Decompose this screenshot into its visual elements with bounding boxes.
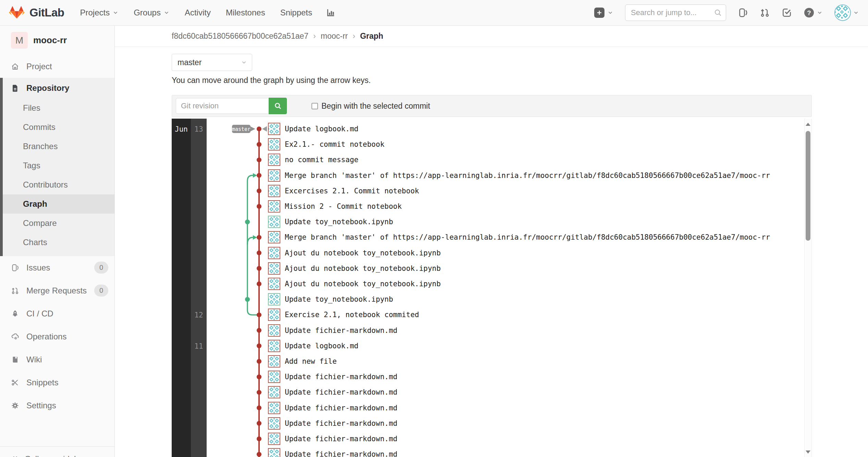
commit-dot[interactable] bbox=[257, 127, 261, 131]
sidebar-project-link[interactable]: M mooc-rr bbox=[0, 26, 114, 55]
commit-message[interactable]: Exercise 2.1, notebook commited bbox=[285, 311, 419, 319]
commit-dot[interactable] bbox=[257, 390, 261, 395]
commit-dot[interactable] bbox=[257, 359, 261, 364]
commit-author-avatar[interactable] bbox=[268, 386, 280, 398]
scroll-down-arrow[interactable] bbox=[806, 450, 810, 454]
commit-dot[interactable] bbox=[257, 436, 261, 441]
navbar-menu-groups[interactable]: Groups bbox=[134, 8, 170, 17]
commit-message[interactable]: Ajout du notebook toy_notebook.ipynb bbox=[285, 280, 441, 288]
commit-message[interactable]: Update fichier-markdown.md bbox=[285, 373, 398, 381]
commit-author-avatar[interactable] bbox=[268, 355, 280, 368]
sidebar-item-wiki[interactable]: Wiki bbox=[0, 348, 114, 371]
todos-button[interactable] bbox=[782, 8, 792, 18]
sidebar-item-branches[interactable]: Branches bbox=[3, 137, 114, 156]
commit-dot[interactable] bbox=[257, 189, 261, 193]
commit-dot[interactable] bbox=[245, 219, 250, 224]
navbar-menu-snippets[interactable]: Snippets bbox=[280, 8, 312, 17]
user-menu-button[interactable] bbox=[834, 4, 859, 21]
commit-dot[interactable] bbox=[257, 328, 261, 333]
commit-author-avatar[interactable] bbox=[268, 216, 280, 228]
commit-author-avatar[interactable] bbox=[268, 262, 280, 275]
commit-dot[interactable] bbox=[245, 297, 250, 302]
commit-author-avatar[interactable] bbox=[268, 123, 280, 135]
sidebar-item-issues[interactable]: Issues0 bbox=[0, 256, 114, 279]
commit-message[interactable]: Update fichier-markdown.md bbox=[285, 388, 398, 396]
commit-dot[interactable] bbox=[257, 374, 261, 379]
commit-dot[interactable] bbox=[257, 281, 261, 286]
commit-dot[interactable] bbox=[257, 344, 261, 348]
breadcrumb-link[interactable]: mooc-rr bbox=[321, 32, 348, 41]
commit-author-avatar[interactable] bbox=[268, 433, 280, 445]
commit-dot[interactable] bbox=[257, 452, 261, 457]
commit-dot[interactable] bbox=[257, 235, 261, 240]
commit-dot[interactable] bbox=[257, 173, 261, 178]
global-search-input[interactable] bbox=[625, 4, 726, 21]
commit-dot[interactable] bbox=[257, 157, 261, 162]
revision-search-button[interactable] bbox=[269, 98, 287, 114]
commit-message[interactable]: Update fichier-markdown.md bbox=[285, 435, 398, 443]
commit-message[interactable]: Update fichier-markdown.md bbox=[285, 419, 398, 428]
commit-message[interactable]: Ex2.1.- commit notebook bbox=[285, 140, 384, 148]
commit-dot[interactable] bbox=[257, 406, 261, 410]
charts-icon[interactable] bbox=[326, 8, 335, 17]
navbar-menu-projects[interactable]: Projects bbox=[80, 8, 119, 17]
begin-with-commit-label[interactable]: Begin with the selected commit bbox=[321, 101, 430, 111]
commit-author-avatar[interactable] bbox=[268, 293, 280, 305]
commit-message[interactable]: Merge branch 'master' of https://app-lea… bbox=[285, 233, 770, 241]
commit-dot[interactable] bbox=[257, 142, 261, 147]
sidebar-item-merge-requests[interactable]: Merge Requests0 bbox=[0, 279, 114, 302]
commit-author-avatar[interactable] bbox=[268, 185, 280, 197]
help-menu-button[interactable]: ? bbox=[804, 7, 823, 18]
sidebar-item-ci-cd[interactable]: CI / CD bbox=[0, 302, 114, 325]
sidebar-item-contributors[interactable]: Contributors bbox=[3, 175, 114, 194]
sidebar-item-compare[interactable]: Compare bbox=[3, 214, 114, 233]
commit-author-avatar[interactable] bbox=[268, 309, 280, 321]
commit-author-avatar[interactable] bbox=[268, 169, 280, 182]
sidebar-item-files[interactable]: Files bbox=[3, 98, 114, 118]
commit-author-avatar[interactable] bbox=[268, 340, 280, 352]
commit-dot[interactable] bbox=[257, 266, 261, 271]
sidebar-item-tags[interactable]: Tags bbox=[3, 156, 114, 175]
commit-author-avatar[interactable] bbox=[268, 417, 280, 430]
commit-dot[interactable] bbox=[257, 251, 261, 255]
commit-message[interactable]: Update toy_notebook.ipynb bbox=[285, 295, 393, 303]
commit-author-avatar[interactable] bbox=[268, 138, 280, 151]
commit-author-avatar[interactable] bbox=[268, 231, 280, 243]
commit-message[interactable]: Add new file bbox=[285, 357, 337, 365]
commit-message[interactable]: Update toy_notebook.ipynb bbox=[285, 218, 393, 226]
commit-dot[interactable] bbox=[257, 421, 261, 426]
commit-message[interactable]: Mission 2 - Commit notebook bbox=[285, 202, 402, 211]
commit-message[interactable]: Ajout du notebook toy_notebook.ipynb bbox=[285, 249, 441, 257]
sidebar-item-snippets[interactable]: Snippets bbox=[0, 371, 114, 394]
sidebar-item-operations[interactable]: Operations bbox=[0, 325, 114, 348]
scroll-up-arrow[interactable] bbox=[806, 123, 810, 126]
branch-selector[interactable]: master bbox=[172, 54, 252, 71]
commit-message[interactable]: Excercises 2.1. Commit notebook bbox=[285, 187, 419, 195]
sidebar-item-repository[interactable]: Repository bbox=[3, 78, 114, 98]
sidebar-item-project[interactable]: Project bbox=[0, 55, 114, 78]
commit-message[interactable]: Update fichier-markdown.md bbox=[285, 404, 398, 412]
merge-requests-dashboard-button[interactable] bbox=[760, 8, 770, 18]
commit-message[interactable]: Update fichier-markdown.md bbox=[285, 450, 398, 457]
scrollbar-thumb[interactable] bbox=[806, 131, 810, 241]
begin-with-commit-checkbox[interactable] bbox=[311, 103, 318, 109]
commit-message[interactable]: Update fichier-markdown.md bbox=[285, 326, 398, 335]
navbar-menu-activity[interactable]: Activity bbox=[185, 8, 211, 17]
sidebar-item-charts[interactable]: Charts bbox=[3, 233, 114, 252]
commit-author-avatar[interactable] bbox=[268, 278, 280, 290]
commit-author-avatar[interactable] bbox=[268, 402, 280, 414]
sidebar-item-graph[interactable]: Graph bbox=[3, 194, 114, 214]
new-menu-button[interactable] bbox=[594, 8, 613, 18]
commit-author-avatar[interactable] bbox=[268, 154, 280, 166]
commit-dot[interactable] bbox=[257, 204, 261, 209]
commit-author-avatar[interactable] bbox=[268, 371, 280, 383]
commit-message[interactable]: no commit message bbox=[285, 156, 358, 164]
breadcrumb-link[interactable]: f8dc60cab5180566667b00ce62a51ae7 bbox=[172, 32, 308, 41]
commit-author-avatar[interactable] bbox=[268, 324, 280, 337]
gitlab-home-link[interactable]: GitLab bbox=[9, 5, 64, 20]
commit-message[interactable]: Update logbook.md bbox=[285, 125, 358, 133]
collapse-sidebar-button[interactable]: Collapse sidebar bbox=[0, 447, 114, 457]
commit-author-avatar[interactable] bbox=[268, 247, 280, 259]
commit-message[interactable]: Ajout du notebook toy_notebook.ipynb bbox=[285, 264, 441, 273]
issues-dashboard-button[interactable] bbox=[738, 8, 748, 18]
